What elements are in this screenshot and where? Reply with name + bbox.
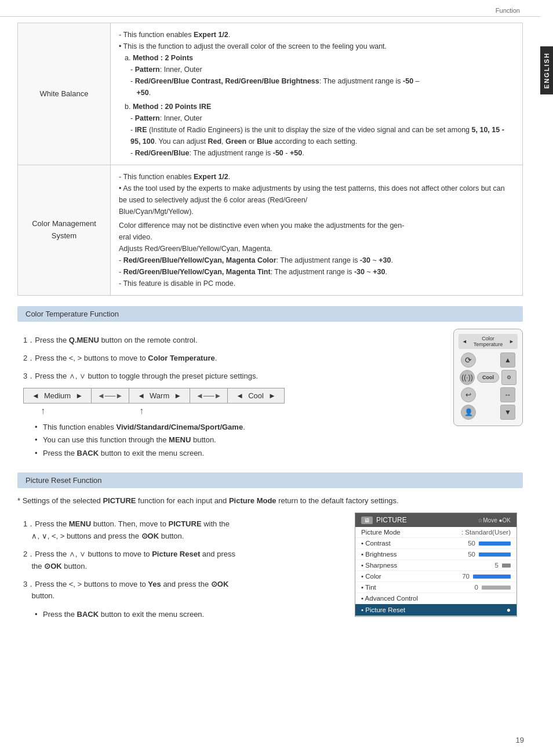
ct-left-arrow3: ◄	[236, 391, 243, 400]
cms-line1: - This function enables Expert 1/2.	[119, 171, 514, 183]
ct-bullet2: You can use this function through the ME…	[35, 434, 442, 446]
cms-line6: - Red/Green/Blue/Yellow/Cyan, Magenta Ti…	[119, 266, 514, 278]
wb-line8: - IRE (Institute of Radio Engineers) is …	[130, 124, 514, 147]
ct-bar-arrows: ↑ ↑	[41, 406, 442, 416]
pr-bullet1: Press the BACK button to exit the menu s…	[35, 608, 343, 621]
contrast-bar	[479, 541, 511, 546]
ct-right-arrow1: ►	[75, 391, 83, 400]
ct-double-arrow1: ◄──►	[92, 388, 129, 404]
ct-medium-label: Medium	[44, 391, 71, 400]
color-temp-remote: ◄ Color Temperature ► ⟳ ▲ ((·)) Cool ⚙	[453, 329, 523, 426]
wb-line3: a. Method : 2 Points	[125, 52, 514, 64]
wb-line2: • This is the function to adjust the ove…	[119, 41, 514, 52]
ct-warm-segment: ◄ Warm ►	[129, 388, 190, 404]
picture-menu-header-left: 🖥 PICTURE	[361, 516, 407, 524]
wb-line1: - This function enables Expert 1/2.	[119, 29, 514, 41]
picture-mode-row: Picture Mode : Standard(User)	[355, 527, 516, 538]
tint-bar	[482, 586, 511, 590]
ct-bullet-list: This function enables Vivid/Standard/Cin…	[35, 421, 442, 459]
ct-step2: 2．Press the <, > buttons to move to Colo…	[23, 352, 442, 365]
picture-menu-container: 🖥 PICTURE ☆Move ●OK Picture Mode : Stand…	[355, 513, 523, 617]
ct-right-arrow2: ►	[174, 391, 181, 400]
remote-signal-icon: ((·))	[460, 370, 475, 385]
pr-bullet-list: Press the BACK button to exit the menu s…	[35, 608, 343, 621]
sharpness-row: • Sharpness 5	[355, 560, 516, 571]
color-temp-section-header: Color Temperature Function	[17, 306, 523, 322]
remote-nav-left-arrow: ◄	[462, 339, 467, 344]
picture-icon: 🖥	[361, 517, 373, 524]
sharpness-bar	[502, 564, 511, 568]
sharpness-value: 5	[495, 562, 499, 569]
tint-row: • Tint 0	[355, 582, 516, 593]
picture-menu-title: PICTURE	[376, 516, 407, 524]
color-management-label: Color ManagementSystem	[18, 165, 111, 296]
remote-back-icon: ↩	[461, 387, 476, 402]
page-number: 19	[516, 736, 524, 744]
white-balance-row: White Balance - This function enables Ex…	[18, 23, 523, 165]
remote-person-icon: 👤	[461, 405, 476, 420]
language-tab: ENGLISH	[540, 46, 553, 94]
cms-line5: - Red/Green/Blue/Yellow/Cyan, Magenta Co…	[119, 255, 514, 266]
sharpness-label: • Sharpness	[361, 562, 492, 569]
wb-line4: - Pattern: Inner, Outer	[130, 64, 514, 75]
white-balance-label: White Balance	[18, 23, 111, 165]
remote-nav-bar: ◄ Color Temperature ►	[459, 334, 518, 349]
advanced-control-label: • Advanced Control	[361, 595, 507, 602]
remote-row2: ((·)) Cool ⚙	[459, 370, 518, 385]
brightness-bar	[479, 553, 511, 557]
ct-left-arrow2: ◄	[137, 391, 145, 400]
white-balance-content: - This function enables Expert 1/2. • Th…	[111, 23, 523, 165]
picture-mode-value: : Standard(User)	[461, 529, 511, 536]
ct-warm-label: Warm	[150, 391, 169, 400]
ct-cool-segment: ◄ Cool ►	[227, 388, 285, 404]
remote-row1: ⟳ ▲	[459, 352, 518, 368]
ct-right-arrow3: ►	[268, 391, 276, 400]
picture-reset-indicator: ●	[507, 606, 511, 614]
info-table: White Balance - This function enables Ex…	[17, 23, 523, 296]
ct-cool-label: Cool	[248, 391, 264, 400]
page-header: Function	[0, 0, 540, 17]
remote-nav-right-arrow: ►	[509, 339, 514, 344]
color-label: • Color	[361, 573, 459, 580]
color-temp-content: 1．Press the Q.MENU button on the remote …	[17, 329, 523, 463]
ct-left-arrow: ◄	[32, 391, 39, 400]
picture-section-flex: 1．Press the MENU button. Then, move to P…	[17, 513, 523, 624]
color-value: 70	[462, 573, 470, 580]
wb-line5: - Red/Green/Blue Contrast, Red/Green/Blu…	[130, 75, 514, 99]
wb-line6: b. Method : 20 Points IRE	[125, 101, 514, 112]
ct-step3: 3．Press the ∧, ∨ button to toggle throug…	[23, 370, 442, 383]
picture-menu: 🖥 PICTURE ☆Move ●OK Picture Mode : Stand…	[355, 513, 517, 617]
cms-line7: - This feature is disable in PC mode.	[119, 278, 514, 289]
tint-label: • Tint	[361, 584, 471, 591]
ct-double-arrow2: ◄──►	[190, 388, 227, 404]
ct-step1: 1．Press the Q.MENU button on the remote …	[23, 335, 442, 347]
brightness-row: • Brightness 50	[355, 549, 516, 560]
wb-line7: - Pattern: Inner, Outer	[130, 112, 514, 124]
picture-reset-note: * Settings of the selected PICTURE funct…	[17, 495, 523, 507]
pr-step2: 2．Press the ∧, ∨ buttons to move to Pict…	[23, 548, 343, 573]
picture-menu-header-right: ☆Move ●OK	[478, 517, 511, 524]
color-management-row: Color ManagementSystem - This function e…	[18, 165, 523, 296]
remote-down-icon: ▼	[500, 405, 515, 420]
cms-line4: Adjusts Red/Green/Blue/Yellow/Cyan, Mage…	[119, 243, 514, 255]
pr-step1: 1．Press the MENU button. Then, move to P…	[23, 518, 343, 543]
contrast-row: • Contrast 50	[355, 538, 516, 549]
picture-reset-row: • Picture Reset ●	[355, 604, 516, 616]
wb-line9: - Red/Green/Blue: The adjustment range i…	[130, 147, 514, 159]
picture-menu-header: 🖥 PICTURE ☆Move ●OK	[355, 513, 516, 527]
brightness-label: • Brightness	[361, 551, 464, 558]
picture-mode-label: Picture Mode	[361, 529, 458, 536]
picture-reset-label: • Picture Reset	[361, 606, 503, 613]
remote-nav-label: Color Temperature	[467, 336, 509, 347]
remote-control-box: ◄ Color Temperature ► ⟳ ▲ ((·)) Cool ⚙	[453, 329, 523, 426]
remote-up-icon: ▲	[500, 352, 515, 368]
main-content: White Balance - This function enables Ex…	[0, 17, 540, 648]
remote-row4: 👤 ▼	[459, 405, 518, 420]
remote-expand-icon: ↔	[500, 387, 515, 402]
ct-bar-row: ◄ Medium ► ◄──► ◄ Warm ► ◄──► ◄ Cool ►	[23, 388, 442, 404]
contrast-value: 50	[468, 540, 475, 547]
cms-line2: • As the tool used by the experts to mak…	[119, 183, 514, 217]
ct-arrow-up2: ↑	[139, 406, 144, 416]
cms-line3: Color difference may not be distinctive …	[119, 220, 514, 243]
tint-value: 0	[475, 584, 478, 591]
